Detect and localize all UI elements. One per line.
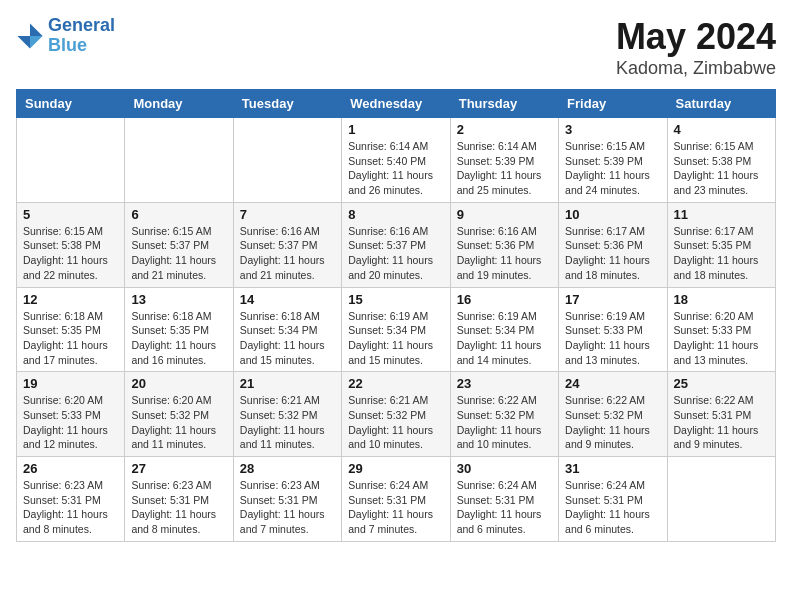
day-number: 25 [674, 376, 769, 391]
calendar-cell: 15Sunrise: 6:19 AM Sunset: 5:34 PM Dayli… [342, 287, 450, 372]
calendar-cell [667, 457, 775, 542]
day-info: Sunrise: 6:23 AM Sunset: 5:31 PM Dayligh… [240, 478, 335, 537]
day-number: 13 [131, 292, 226, 307]
calendar-week-row: 19Sunrise: 6:20 AM Sunset: 5:33 PM Dayli… [17, 372, 776, 457]
calendar-cell [233, 118, 341, 203]
calendar-cell: 18Sunrise: 6:20 AM Sunset: 5:33 PM Dayli… [667, 287, 775, 372]
day-info: Sunrise: 6:18 AM Sunset: 5:35 PM Dayligh… [131, 309, 226, 368]
day-number: 14 [240, 292, 335, 307]
calendar-week-row: 12Sunrise: 6:18 AM Sunset: 5:35 PM Dayli… [17, 287, 776, 372]
calendar-week-row: 26Sunrise: 6:23 AM Sunset: 5:31 PM Dayli… [17, 457, 776, 542]
day-number: 11 [674, 207, 769, 222]
day-info: Sunrise: 6:18 AM Sunset: 5:34 PM Dayligh… [240, 309, 335, 368]
day-number: 19 [23, 376, 118, 391]
svg-marker-1 [30, 36, 43, 49]
day-info: Sunrise: 6:22 AM Sunset: 5:32 PM Dayligh… [565, 393, 660, 452]
calendar-cell: 6Sunrise: 6:15 AM Sunset: 5:37 PM Daylig… [125, 202, 233, 287]
calendar-cell: 28Sunrise: 6:23 AM Sunset: 5:31 PM Dayli… [233, 457, 341, 542]
day-number: 12 [23, 292, 118, 307]
calendar-cell: 9Sunrise: 6:16 AM Sunset: 5:36 PM Daylig… [450, 202, 558, 287]
weekday-header-friday: Friday [559, 90, 667, 118]
weekday-header-row: SundayMondayTuesdayWednesdayThursdayFrid… [17, 90, 776, 118]
calendar-cell: 1Sunrise: 6:14 AM Sunset: 5:40 PM Daylig… [342, 118, 450, 203]
weekday-header-tuesday: Tuesday [233, 90, 341, 118]
calendar-cell: 19Sunrise: 6:20 AM Sunset: 5:33 PM Dayli… [17, 372, 125, 457]
calendar-cell: 26Sunrise: 6:23 AM Sunset: 5:31 PM Dayli… [17, 457, 125, 542]
calendar-cell: 11Sunrise: 6:17 AM Sunset: 5:35 PM Dayli… [667, 202, 775, 287]
day-info: Sunrise: 6:24 AM Sunset: 5:31 PM Dayligh… [565, 478, 660, 537]
calendar-cell: 22Sunrise: 6:21 AM Sunset: 5:32 PM Dayli… [342, 372, 450, 457]
day-number: 9 [457, 207, 552, 222]
logo: General Blue [16, 16, 115, 56]
calendar-cell: 12Sunrise: 6:18 AM Sunset: 5:35 PM Dayli… [17, 287, 125, 372]
svg-marker-0 [30, 23, 43, 36]
day-number: 22 [348, 376, 443, 391]
day-number: 24 [565, 376, 660, 391]
day-info: Sunrise: 6:16 AM Sunset: 5:36 PM Dayligh… [457, 224, 552, 283]
day-info: Sunrise: 6:21 AM Sunset: 5:32 PM Dayligh… [240, 393, 335, 452]
title-block: May 2024 Kadoma, Zimbabwe [616, 16, 776, 79]
calendar-table: SundayMondayTuesdayWednesdayThursdayFrid… [16, 89, 776, 542]
calendar-cell: 13Sunrise: 6:18 AM Sunset: 5:35 PM Dayli… [125, 287, 233, 372]
day-info: Sunrise: 6:21 AM Sunset: 5:32 PM Dayligh… [348, 393, 443, 452]
day-number: 21 [240, 376, 335, 391]
day-info: Sunrise: 6:22 AM Sunset: 5:31 PM Dayligh… [674, 393, 769, 452]
logo-text: General Blue [48, 16, 115, 56]
weekday-header-saturday: Saturday [667, 90, 775, 118]
day-info: Sunrise: 6:23 AM Sunset: 5:31 PM Dayligh… [23, 478, 118, 537]
calendar-cell: 10Sunrise: 6:17 AM Sunset: 5:36 PM Dayli… [559, 202, 667, 287]
day-info: Sunrise: 6:16 AM Sunset: 5:37 PM Dayligh… [240, 224, 335, 283]
day-info: Sunrise: 6:14 AM Sunset: 5:40 PM Dayligh… [348, 139, 443, 198]
day-info: Sunrise: 6:19 AM Sunset: 5:33 PM Dayligh… [565, 309, 660, 368]
day-info: Sunrise: 6:18 AM Sunset: 5:35 PM Dayligh… [23, 309, 118, 368]
day-number: 18 [674, 292, 769, 307]
day-number: 23 [457, 376, 552, 391]
day-info: Sunrise: 6:17 AM Sunset: 5:35 PM Dayligh… [674, 224, 769, 283]
calendar-cell: 7Sunrise: 6:16 AM Sunset: 5:37 PM Daylig… [233, 202, 341, 287]
svg-marker-2 [17, 36, 30, 49]
day-info: Sunrise: 6:15 AM Sunset: 5:39 PM Dayligh… [565, 139, 660, 198]
calendar-cell: 5Sunrise: 6:15 AM Sunset: 5:38 PM Daylig… [17, 202, 125, 287]
day-info: Sunrise: 6:19 AM Sunset: 5:34 PM Dayligh… [348, 309, 443, 368]
day-number: 3 [565, 122, 660, 137]
day-number: 5 [23, 207, 118, 222]
day-number: 28 [240, 461, 335, 476]
calendar-week-row: 1Sunrise: 6:14 AM Sunset: 5:40 PM Daylig… [17, 118, 776, 203]
weekday-header-wednesday: Wednesday [342, 90, 450, 118]
day-info: Sunrise: 6:19 AM Sunset: 5:34 PM Dayligh… [457, 309, 552, 368]
day-number: 16 [457, 292, 552, 307]
calendar-cell: 2Sunrise: 6:14 AM Sunset: 5:39 PM Daylig… [450, 118, 558, 203]
day-info: Sunrise: 6:14 AM Sunset: 5:39 PM Dayligh… [457, 139, 552, 198]
month-title: May 2024 [616, 16, 776, 58]
calendar-cell: 14Sunrise: 6:18 AM Sunset: 5:34 PM Dayli… [233, 287, 341, 372]
day-number: 29 [348, 461, 443, 476]
calendar-cell [125, 118, 233, 203]
calendar-cell: 8Sunrise: 6:16 AM Sunset: 5:37 PM Daylig… [342, 202, 450, 287]
calendar-cell: 27Sunrise: 6:23 AM Sunset: 5:31 PM Dayli… [125, 457, 233, 542]
day-info: Sunrise: 6:24 AM Sunset: 5:31 PM Dayligh… [348, 478, 443, 537]
day-number: 1 [348, 122, 443, 137]
calendar-cell: 17Sunrise: 6:19 AM Sunset: 5:33 PM Dayli… [559, 287, 667, 372]
day-info: Sunrise: 6:20 AM Sunset: 5:33 PM Dayligh… [23, 393, 118, 452]
logo-icon [16, 22, 44, 50]
day-info: Sunrise: 6:23 AM Sunset: 5:31 PM Dayligh… [131, 478, 226, 537]
day-info: Sunrise: 6:16 AM Sunset: 5:37 PM Dayligh… [348, 224, 443, 283]
day-number: 30 [457, 461, 552, 476]
day-number: 20 [131, 376, 226, 391]
day-info: Sunrise: 6:17 AM Sunset: 5:36 PM Dayligh… [565, 224, 660, 283]
calendar-cell: 29Sunrise: 6:24 AM Sunset: 5:31 PM Dayli… [342, 457, 450, 542]
calendar-week-row: 5Sunrise: 6:15 AM Sunset: 5:38 PM Daylig… [17, 202, 776, 287]
day-number: 26 [23, 461, 118, 476]
day-info: Sunrise: 6:22 AM Sunset: 5:32 PM Dayligh… [457, 393, 552, 452]
day-info: Sunrise: 6:15 AM Sunset: 5:38 PM Dayligh… [674, 139, 769, 198]
page-header: General Blue May 2024 Kadoma, Zimbabwe [16, 16, 776, 79]
day-number: 31 [565, 461, 660, 476]
day-info: Sunrise: 6:20 AM Sunset: 5:33 PM Dayligh… [674, 309, 769, 368]
day-number: 15 [348, 292, 443, 307]
day-info: Sunrise: 6:15 AM Sunset: 5:37 PM Dayligh… [131, 224, 226, 283]
day-info: Sunrise: 6:24 AM Sunset: 5:31 PM Dayligh… [457, 478, 552, 537]
day-number: 2 [457, 122, 552, 137]
day-number: 6 [131, 207, 226, 222]
day-info: Sunrise: 6:20 AM Sunset: 5:32 PM Dayligh… [131, 393, 226, 452]
day-number: 4 [674, 122, 769, 137]
